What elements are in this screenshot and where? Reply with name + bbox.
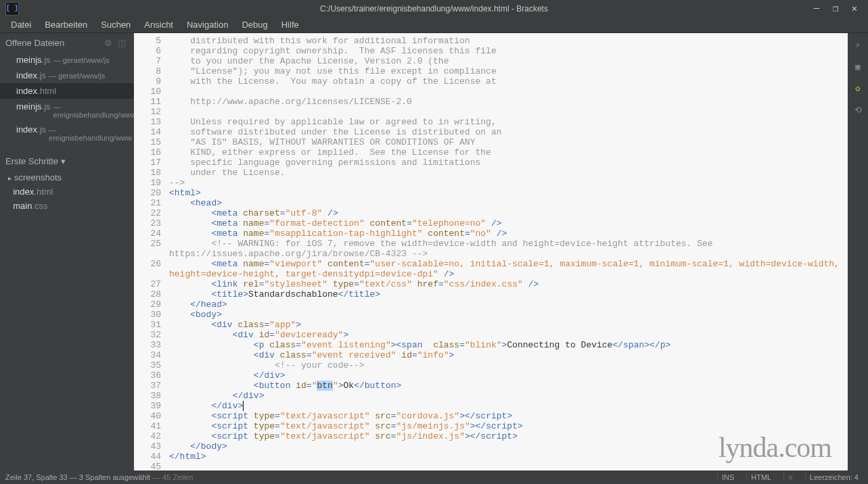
extension-manager-icon[interactable]: ▣ — [851, 60, 865, 74]
file-item[interactable]: main.css — [0, 199, 134, 213]
sidebar: Offene Dateien ⚙ ◫ meinjs.js — geraet/ww… — [0, 33, 134, 470]
titlebar: [ ] C:/Users/trainer/ereignisbehandlung/… — [0, 0, 868, 17]
open-file-item[interactable]: index.js — ereignisbehandlung/www — [0, 122, 134, 145]
open-files-header: Offene Dateien ⚙ ◫ — [0, 33, 134, 52]
insert-mode[interactable]: INS — [717, 473, 738, 481]
live-preview-icon[interactable]: ⚡ — [851, 39, 865, 52]
open-files-label: Offene Dateien — [5, 38, 101, 48]
menu-navigation[interactable]: Navigation — [180, 18, 235, 31]
right-rail: ⚡ ▣ ✿ ⟲ — [848, 33, 868, 470]
menu-hilfe[interactable]: Hilfe — [275, 18, 306, 31]
language-mode[interactable]: HTML — [746, 473, 775, 481]
menubar: DateiBearbeitenSuchenAnsichtNavigationDe… — [0, 17, 868, 33]
plugin-icon[interactable]: ✿ — [851, 82, 865, 95]
file-item[interactable]: index.html — [0, 185, 134, 199]
menu-debug[interactable]: Debug — [235, 18, 274, 31]
gear-icon[interactable]: ⚙ — [101, 38, 115, 48]
menu-datei[interactable]: Datei — [4, 18, 38, 31]
close-button[interactable]: ✕ — [846, 3, 863, 14]
line-count: — 45 Zeilen — [153, 473, 193, 481]
project-name: Erste Schritte ▾ — [5, 156, 129, 166]
project-tree: screenshots index.html main.css — [0, 170, 134, 213]
line-gutter: 5678910111213141516171819202122232425262… — [134, 33, 166, 470]
code-area[interactable]: distributed with this work for additiona… — [166, 33, 848, 470]
open-file-item[interactable]: meinjs.js — geraet/www/js — [0, 52, 134, 68]
restore-button[interactable]: ❐ — [827, 3, 844, 14]
split-view-icon[interactable]: ◫ — [115, 38, 129, 48]
menu-bearbeiten[interactable]: Bearbeiten — [38, 18, 94, 31]
folder-item[interactable]: screenshots — [0, 170, 134, 185]
sync-icon[interactable]: ⟲ — [851, 103, 865, 117]
open-files-list: meinjs.js — geraet/www/jsindex.js — gera… — [0, 52, 134, 145]
editor[interactable]: 5678910111213141516171819202122232425262… — [134, 33, 848, 470]
window-title: C:/Users/trainer/ereignisbehandlung/www/… — [320, 4, 548, 14]
statusbar: Zeile 37, Spalte 33 — 3 Spalten ausgewäh… — [0, 470, 868, 484]
minimize-button[interactable]: — — [808, 3, 825, 14]
project-header[interactable]: Erste Schritte ▾ — [0, 151, 134, 170]
lint-indicator[interactable]: ○ — [783, 473, 797, 481]
open-file-item[interactable]: meinjs.js — ereignisbehandlung/www — [0, 99, 134, 122]
indent-setting[interactable]: Leerzeichen: 4 — [805, 473, 863, 481]
menu-suchen[interactable]: Suchen — [94, 18, 137, 31]
open-file-item[interactable]: index.js — geraet/www/js — [0, 68, 134, 83]
menu-ansicht[interactable]: Ansicht — [137, 18, 180, 31]
open-file-item[interactable]: index.html — [0, 83, 134, 99]
app-icon: [ ] — [5, 2, 19, 16]
cursor-position[interactable]: Zeile 37, Spalte 33 — 3 Spalten ausgewäh… — [5, 473, 150, 481]
